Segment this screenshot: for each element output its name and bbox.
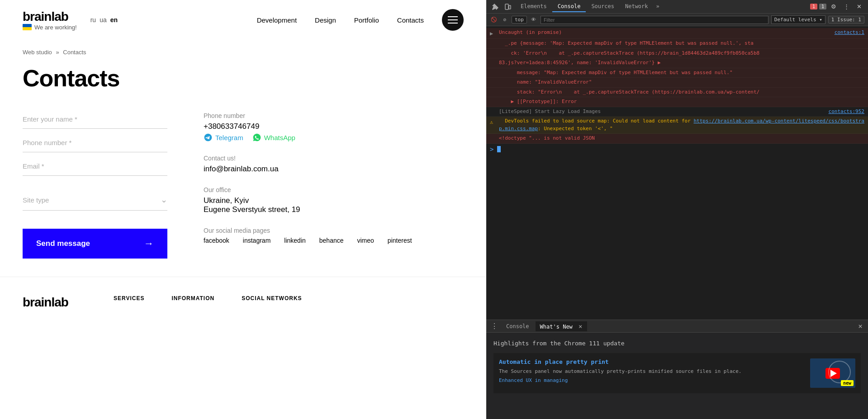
- phone-input[interactable]: [23, 133, 167, 152]
- source-map-link[interactable]: https://brainlab.com.ua/wp-content/lites…: [499, 118, 864, 132]
- lang-ua[interactable]: ua: [100, 16, 107, 24]
- update-card-title[interactable]: Automatic in place pretty print: [499, 358, 804, 365]
- whats-new-title: Highlights from the Chrome 111 update: [493, 340, 861, 347]
- console-source-2[interactable]: contacts:952: [829, 108, 864, 116]
- console-cursor[interactable]: [497, 146, 501, 152]
- console-error-text-2: _.pe {message: 'Map: Expected mapDiv of …: [499, 40, 864, 47]
- send-button-label: Send message: [36, 239, 90, 248]
- filter-icon[interactable]: ⊘: [501, 16, 509, 24]
- bottom-panel-tabs: ⋮ Console What's New × ×: [486, 320, 868, 333]
- whatsapp-link[interactable]: WhatsApp: [252, 133, 295, 142]
- whatsapp-icon: [252, 133, 261, 142]
- page-content: Contacts Site type ⌄ Send message: [0, 60, 486, 277]
- console-error-text-1: Uncaught (in promise): [499, 29, 831, 37]
- console-filter-input[interactable]: [541, 16, 768, 24]
- name-input[interactable]: [23, 110, 167, 129]
- console-error-text-4: 83.js?ver=1adea:8:45926', name: 'Invalid…: [499, 59, 864, 67]
- update-card-more-link[interactable]: Enhanced UX in managing: [499, 377, 804, 383]
- more-tabs-button[interactable]: »: [654, 1, 662, 12]
- update-card-text: Automatic in place pretty print The Sour…: [499, 358, 804, 388]
- console-error-text-7: stack: "Error\n at _.pe.captureStackTrac…: [499, 89, 864, 96]
- console-error-7: stack: "Error\n at _.pe.captureStackTrac…: [486, 88, 868, 98]
- logo-area: brainlab We are working!: [23, 9, 77, 31]
- footer-info-heading: INFORMATION: [171, 295, 214, 301]
- footer-logo: brainlab: [23, 295, 68, 310]
- ukraine-flag-icon: [23, 24, 32, 30]
- footer: brainlab SERVICES INFORMATION SOCIAL NET…: [0, 277, 486, 328]
- email-input[interactable]: [23, 157, 167, 176]
- console-error-text-3: ck: 'Error\n at _.pe.captureStackTrace (…: [499, 50, 864, 57]
- tab-network[interactable]: Network: [620, 1, 654, 12]
- office-section: Our office Ukraine, Kyiv Eugene Sverstyu…: [204, 186, 464, 214]
- social-pinterest[interactable]: pinterest: [388, 237, 412, 244]
- nav-contacts[interactable]: Contacts: [397, 16, 424, 24]
- social-label: Our social media pages: [204, 227, 464, 234]
- settings-button[interactable]: ⚙: [828, 1, 839, 12]
- console-info-1: [LiteSpeed] Start Lazy Load Images conta…: [486, 107, 868, 117]
- send-message-button[interactable]: Send message →: [23, 229, 167, 259]
- bottom-panel-close-button[interactable]: ×: [855, 322, 865, 330]
- telegram-icon: [204, 133, 213, 142]
- social-facebook[interactable]: facebook: [204, 237, 229, 244]
- expand-icon[interactable]: ▶: [490, 29, 497, 38]
- social-vimeo[interactable]: vimeo: [357, 237, 374, 244]
- tab-console[interactable]: Console: [552, 1, 586, 12]
- social-links: facebook instagram linkedin behance vime…: [204, 237, 464, 244]
- device-toggle-button[interactable]: [503, 1, 513, 12]
- email-value: info@brainlab.com.ua: [204, 165, 464, 174]
- contact-form: Site type ⌄ Send message →: [23, 110, 167, 259]
- bottom-kebab-button[interactable]: ⋮: [489, 322, 500, 330]
- footer-social-heading: SOCIAL NETWORKS: [242, 295, 302, 301]
- whats-new-close-icon[interactable]: ×: [579, 323, 582, 330]
- nav-development[interactable]: Development: [257, 16, 297, 24]
- footer-services: SERVICES: [114, 295, 144, 310]
- bottom-tab-console[interactable]: Console: [502, 322, 534, 331]
- bottom-panel-content: Highlights from the Chrome 111 update Au…: [486, 333, 868, 419]
- chevron-down-icon: ⌄: [161, 195, 167, 205]
- social-section: Our social media pages facebook instagra…: [204, 227, 464, 244]
- error-count-badge: 1: [810, 4, 817, 9]
- console-info-text-1: [LiteSpeed] Start Lazy Load Images: [499, 108, 825, 116]
- context-selector[interactable]: top: [512, 16, 527, 24]
- phone-label: Phone number: [204, 112, 464, 119]
- log-level-dropdown[interactable]: Default levels ▾: [771, 15, 825, 24]
- update-card-thumbnail: new: [810, 358, 855, 388]
- warning-count-badge: 1: [819, 4, 826, 9]
- site-type-dropdown[interactable]: Site type ⌄: [23, 189, 167, 211]
- inspect-element-button[interactable]: [490, 1, 501, 12]
- warning-icon: ⚠: [490, 118, 497, 126]
- eye-icon[interactable]: 👁: [530, 16, 538, 24]
- more-options-button[interactable]: ⋮: [841, 1, 852, 12]
- bottom-tab-whats-new[interactable]: What's New ×: [536, 321, 587, 331]
- social-linkedin[interactable]: linkedin: [284, 237, 305, 244]
- breadcrumb-home[interactable]: Web studio: [23, 49, 52, 56]
- nav-portfolio[interactable]: Portfolio: [354, 16, 379, 24]
- tab-elements[interactable]: Elements: [515, 1, 552, 12]
- breadcrumb: Web studio » Contacts: [0, 40, 486, 60]
- svg-rect-0: [505, 4, 508, 9]
- menu-line-2: [448, 19, 458, 20]
- console-source-1[interactable]: contacts:1: [835, 29, 864, 37]
- console-error-8: ▶ [[Prototype]]: Error: [486, 97, 868, 107]
- whatsapp-label: WhatsApp: [264, 134, 295, 141]
- lang-ru[interactable]: ru: [90, 16, 96, 24]
- devtools-panel: Elements Console Sources Network » 1 1 ⚙…: [486, 0, 868, 419]
- tab-sources[interactable]: Sources: [586, 1, 620, 12]
- console-error-6: name: "InvalidValueError": [486, 78, 868, 88]
- clear-console-icon[interactable]: 🚫: [490, 16, 498, 24]
- devtools-toolbar: Elements Console Sources Network » 1 1 ⚙…: [486, 0, 868, 14]
- location-value: Ukraine, Kyiv: [204, 196, 464, 205]
- website-panel: brainlab We are working! ru ua en Develo…: [0, 0, 486, 419]
- social-instagram[interactable]: instagram: [243, 237, 270, 244]
- logo[interactable]: brainlab: [23, 9, 77, 24]
- update-card-desc: The Sources panel now automatically pret…: [499, 368, 804, 376]
- name-field-group: [23, 110, 167, 129]
- social-behance[interactable]: behance: [319, 237, 344, 244]
- nav-design[interactable]: Design: [315, 16, 336, 24]
- hamburger-button[interactable]: [442, 9, 464, 31]
- telegram-label: Telegram: [215, 134, 243, 141]
- lang-en[interactable]: en: [110, 16, 118, 24]
- telegram-link[interactable]: Telegram: [204, 133, 243, 142]
- close-devtools-button[interactable]: ✕: [854, 1, 864, 12]
- console-error-text-5: message: "Map: Expected mapDiv of type H…: [499, 69, 864, 77]
